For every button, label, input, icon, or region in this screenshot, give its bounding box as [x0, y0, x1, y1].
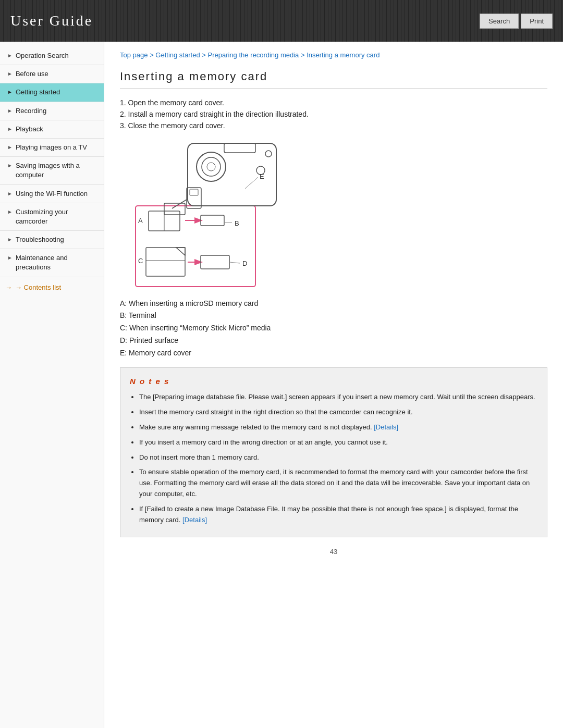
- header: User Guide Search Print: [0, 0, 563, 42]
- note-item: If [Failed to create a new Image Databas…: [139, 504, 537, 526]
- sidebar-label: Using the Wi-Fi function: [16, 189, 88, 199]
- diagram-label-b: B: Terminal: [120, 310, 547, 322]
- arrow-icon: ►: [7, 254, 13, 262]
- sidebar-item-playback[interactable]: ► Playback: [0, 120, 104, 139]
- sidebar-label: Recording: [16, 106, 46, 116]
- svg-line-30: [229, 262, 240, 263]
- notes-box: N o t e s The [Preparing image database …: [120, 367, 547, 537]
- sidebar-label: Playback: [16, 125, 43, 134]
- sidebar-item-troubleshooting[interactable]: ► Troubleshooting: [0, 231, 104, 249]
- sidebar-label: Operation Search: [16, 51, 69, 60]
- page-title-header: User Guide: [10, 13, 93, 29]
- sidebar-item-maintenance-precautions[interactable]: ► Maintenance and precautions: [0, 249, 104, 277]
- arrow-right-icon: →: [5, 283, 12, 291]
- main-content: Top page > Getting started > Preparing t…: [104, 42, 563, 728]
- note-item: Make sure any warning message related to…: [139, 422, 537, 433]
- diagram-label-a: A: When inserting a microSD memory card: [120, 298, 547, 310]
- page-number: 43: [120, 548, 547, 556]
- arrow-icon: ►: [7, 190, 13, 198]
- breadcrumb-inserting-memory-card[interactable]: Inserting a memory card: [307, 51, 380, 59]
- breadcrumb-preparing-recording-media[interactable]: Preparing the recording media: [207, 51, 299, 59]
- arrow-icon: ►: [7, 52, 13, 59]
- body-layout: ► Operation Search ► Before use ► Gettin…: [0, 42, 563, 728]
- sidebar-label: Troubleshooting: [16, 235, 64, 244]
- sidebar-label: Customizing your camcorder: [16, 207, 99, 226]
- sidebar-item-playing-images-tv[interactable]: ► Playing images on a TV: [0, 139, 104, 157]
- step-2: 2. Install a memory card straight in the…: [120, 110, 547, 118]
- arrow-icon: ►: [7, 236, 13, 243]
- search-button[interactable]: Search: [480, 14, 519, 29]
- print-button[interactable]: Print: [521, 14, 553, 29]
- svg-text:E: E: [260, 172, 264, 180]
- sidebar-item-saving-images-computer[interactable]: ► Saving images with a computer: [0, 157, 104, 184]
- contents-link-label: → Contents list: [15, 283, 61, 291]
- arrow-icon: ►: [7, 107, 13, 115]
- sidebar-label: Before use: [16, 69, 48, 79]
- svg-rect-6: [224, 143, 255, 153]
- header-buttons: Search Print: [480, 14, 553, 29]
- svg-text:D: D: [242, 260, 247, 267]
- note-text: Do not insert more than 1 memory card.: [139, 453, 259, 461]
- arrow-icon: ►: [7, 126, 13, 133]
- details-link-1[interactable]: [Details]: [374, 423, 398, 431]
- steps-list: 1. Open the memory card cover. 2. Instal…: [120, 98, 547, 130]
- sidebar-item-getting-started[interactable]: ► Getting started: [0, 83, 104, 102]
- svg-text:A: A: [138, 217, 143, 225]
- note-item: To ensure stable operation of the memory…: [139, 467, 537, 499]
- sidebar-label: Maintenance and precautions: [16, 253, 99, 272]
- breadcrumb-getting-started[interactable]: Getting started: [155, 51, 200, 59]
- sidebar-item-before-use[interactable]: ► Before use: [0, 65, 104, 83]
- arrow-icon: ►: [7, 70, 13, 78]
- breadcrumb-sep: >: [150, 51, 155, 59]
- notes-title: N o t e s: [130, 375, 537, 388]
- sidebar: ► Operation Search ► Before use ► Gettin…: [0, 42, 104, 728]
- article-title: Inserting a memory card: [120, 70, 547, 89]
- note-text: If you insert a memory card in the wrong…: [139, 438, 388, 446]
- diagram-label-c: C: When inserting “Memory Stick Micro” m…: [120, 322, 547, 335]
- svg-rect-25: [201, 255, 229, 269]
- svg-text:B: B: [235, 219, 239, 227]
- arrow-icon: ►: [7, 162, 13, 169]
- contents-list-link[interactable]: → → Contents list: [0, 277, 104, 298]
- diagram-area: E A: [120, 138, 547, 289]
- camcorder-diagram: E A: [120, 138, 287, 289]
- svg-point-4: [207, 163, 215, 171]
- svg-line-11: [172, 200, 187, 208]
- svg-rect-21: [146, 248, 185, 276]
- breadcrumb: Top page > Getting started > Preparing t…: [120, 50, 547, 60]
- diagram-labels: A: When inserting a microSD memory card …: [120, 298, 547, 360]
- sidebar-item-recording[interactable]: ► Recording: [0, 102, 104, 120]
- diagram-label-d: D: Printed surface: [120, 335, 547, 347]
- note-text: Make sure any warning message related to…: [139, 423, 374, 431]
- svg-rect-10: [190, 189, 198, 195]
- diagram-label-e: E: Memory card cover: [120, 347, 547, 360]
- notes-list: The [Preparing image database file. Plea…: [130, 392, 537, 525]
- svg-point-7: [265, 151, 272, 157]
- sidebar-item-operation-search[interactable]: ► Operation Search: [0, 47, 104, 65]
- sidebar-label: Playing images on a TV: [16, 143, 87, 152]
- arrow-icon: ►: [7, 144, 13, 151]
- breadcrumb-sep: >: [202, 51, 207, 59]
- step-1: 1. Open the memory card cover.: [120, 98, 547, 107]
- note-text: The [Preparing image database file. Plea…: [139, 393, 535, 401]
- details-link-2[interactable]: [Details]: [182, 516, 207, 524]
- svg-marker-23: [176, 248, 185, 255]
- note-item: The [Preparing image database file. Plea…: [139, 392, 537, 403]
- sidebar-label: Getting started: [16, 88, 60, 97]
- svg-rect-19: [201, 215, 224, 226]
- step-3: 3. Close the memory card cover.: [120, 121, 547, 130]
- arrow-icon: ►: [7, 208, 13, 216]
- svg-text:C: C: [138, 257, 143, 265]
- arrow-icon: ►: [7, 89, 13, 96]
- sidebar-item-using-wifi[interactable]: ► Using the Wi-Fi function: [0, 185, 104, 203]
- note-text: Insert the memory card straight in the r…: [139, 408, 413, 416]
- note-item: Insert the memory card straight in the r…: [139, 407, 537, 418]
- svg-line-13: [245, 177, 258, 189]
- svg-point-2: [197, 152, 226, 181]
- svg-rect-0: [136, 206, 255, 287]
- breadcrumb-sep: >: [301, 51, 307, 59]
- note-item: Do not insert more than 1 memory card.: [139, 452, 537, 463]
- note-item: If you insert a memory card in the wrong…: [139, 437, 537, 448]
- sidebar-item-customizing-camcorder[interactable]: ► Customizing your camcorder: [0, 203, 104, 231]
- breadcrumb-top-page[interactable]: Top page: [120, 51, 148, 59]
